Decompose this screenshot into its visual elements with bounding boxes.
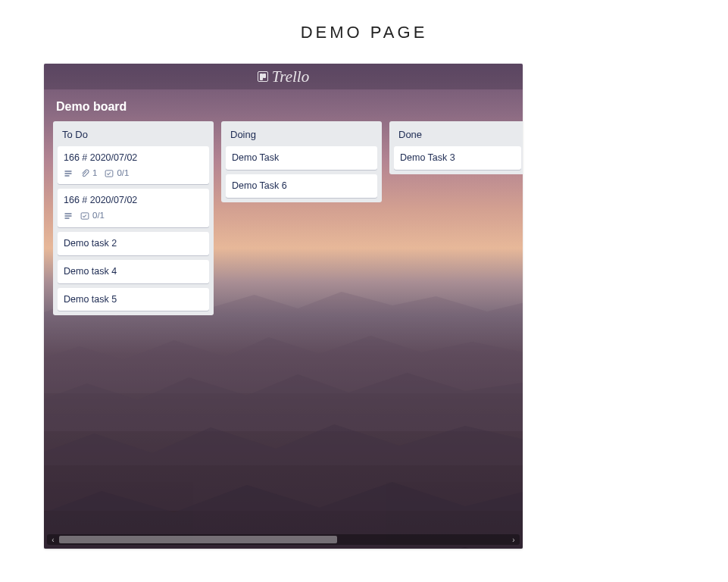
trello-board-embed: Trello Demo board To Do 166 # 2020/07/02…: [44, 64, 523, 549]
page-title: DEMO PAGE: [0, 0, 728, 64]
list-title[interactable]: To Do: [58, 127, 209, 146]
checklist-badge: 0/1: [80, 210, 105, 222]
lists-container: To Do 166 # 2020/07/02 1 0/1: [44, 121, 523, 315]
card-title: Demo Task 3: [400, 152, 515, 164]
card[interactable]: 166 # 2020/07/02 0/1: [58, 189, 209, 227]
description-icon: [64, 211, 73, 221]
checklist-icon: [105, 169, 114, 178]
scroll-track[interactable]: [59, 536, 508, 543]
list-todo[interactable]: To Do 166 # 2020/07/02 1 0/1: [53, 121, 214, 315]
list-doing[interactable]: Doing Demo Task Demo Task 6: [221, 121, 382, 202]
card[interactable]: 166 # 2020/07/02 1 0/1: [58, 146, 209, 184]
card-badges: 0/1: [64, 210, 203, 222]
list-title[interactable]: Done: [394, 127, 521, 146]
list-title[interactable]: Doing: [226, 127, 377, 146]
card[interactable]: Demo Task 3: [394, 146, 521, 170]
card[interactable]: Demo Task 6: [226, 174, 377, 198]
checklist-badge: 0/1: [105, 167, 129, 180]
trello-logo-icon: [258, 71, 268, 82]
checklist-icon: [80, 211, 89, 221]
scroll-right-icon[interactable]: ›: [508, 536, 520, 544]
card-title: Demo Task: [232, 152, 371, 164]
checklist-count: 0/1: [92, 210, 105, 222]
brand-name: Trello: [272, 69, 309, 85]
card-title: 166 # 2020/07/02: [64, 152, 203, 164]
card-badges: 1 0/1: [64, 167, 203, 180]
checklist-count: 0/1: [117, 167, 129, 180]
card-title: 166 # 2020/07/02: [64, 194, 203, 207]
board-name[interactable]: Demo board: [44, 89, 523, 121]
attachment-badge: 1: [80, 167, 97, 180]
card-title: Demo Task 6: [232, 180, 371, 192]
attachment-count: 1: [92, 167, 97, 180]
paperclip-icon: [80, 169, 89, 178]
card[interactable]: Demo task 5: [58, 288, 209, 311]
card-title: Demo task 5: [64, 293, 203, 306]
card[interactable]: Demo task 2: [58, 232, 209, 255]
horizontal-scrollbar[interactable]: ‹ ›: [47, 534, 520, 545]
card-title: Demo task 2: [64, 237, 203, 250]
list-done[interactable]: Done Demo Task 3: [389, 121, 523, 174]
brand[interactable]: Trello: [258, 69, 309, 85]
card[interactable]: Demo task 4: [58, 260, 209, 283]
scroll-thumb[interactable]: [59, 536, 337, 543]
app-header: Trello: [44, 64, 523, 89]
scroll-left-icon[interactable]: ‹: [47, 536, 59, 544]
card[interactable]: Demo Task: [226, 146, 377, 170]
card-title: Demo task 4: [64, 265, 203, 278]
description-icon: [64, 169, 73, 178]
